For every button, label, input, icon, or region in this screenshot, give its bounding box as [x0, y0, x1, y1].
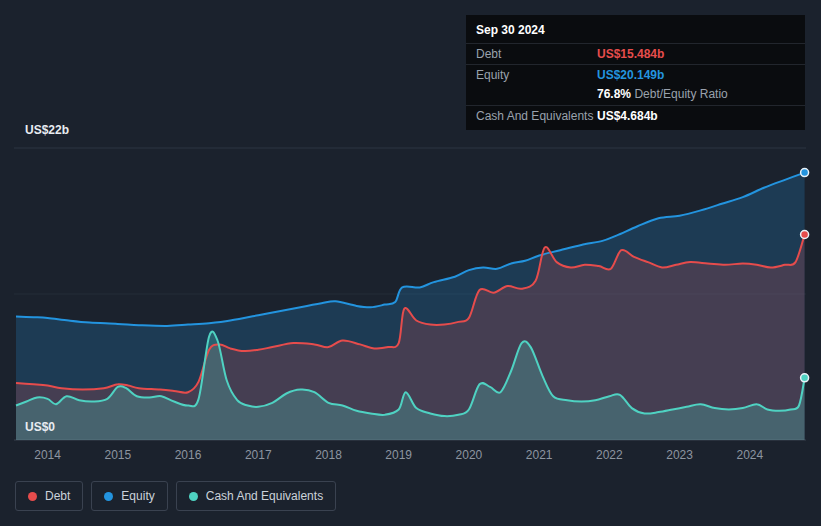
equity-dot-icon: [104, 492, 113, 501]
debt-equity-chart-page: US$22b US$0 2014201520162017201820192020…: [0, 0, 821, 526]
x-axis-label-2017: 2017: [245, 448, 272, 462]
y-axis-min-label: US$0: [25, 420, 55, 434]
legend-label-cash: Cash And Equivalents: [206, 489, 323, 503]
legend-item-cash[interactable]: Cash And Equivalents: [176, 481, 336, 511]
tooltip-ratio-row: 76.8% Debt/Equity Ratio: [466, 85, 805, 105]
tooltip-debt-row: Debt US$15.484b: [466, 43, 805, 64]
x-axis-label-2018: 2018: [315, 448, 342, 462]
legend-item-equity[interactable]: Equity: [91, 481, 167, 511]
tooltip-debt-label: Debt: [476, 47, 597, 61]
tooltip-equity-label: Equity: [476, 68, 597, 82]
tooltip-ratio-value: 76.8%: [597, 87, 631, 101]
tooltip-cash-value: US$4.684b: [597, 109, 658, 123]
tooltip-cash-row: Cash And Equivalents US$4.684b: [466, 105, 805, 130]
x-axis-label-2024: 2024: [736, 448, 763, 462]
debt-endpoint-marker[interactable]: [801, 231, 809, 239]
x-axis-label-2022: 2022: [596, 448, 623, 462]
tooltip-ratio-label: Debt/Equity Ratio: [634, 87, 727, 101]
tooltip-debt-value: US$15.484b: [597, 47, 664, 61]
legend-item-debt[interactable]: Debt: [15, 481, 83, 511]
legend-label-equity: Equity: [121, 489, 154, 503]
legend-label-debt: Debt: [45, 489, 70, 503]
x-axis-label-2021: 2021: [526, 448, 553, 462]
tooltip-equity-value: US$20.149b: [597, 68, 664, 82]
x-axis-label-2015: 2015: [104, 448, 131, 462]
x-axis-label-2023: 2023: [666, 448, 693, 462]
x-axis-label-2020: 2020: [456, 448, 483, 462]
tooltip-ratio: 76.8% Debt/Equity Ratio: [597, 87, 728, 101]
x-axis-label-2019: 2019: [385, 448, 412, 462]
tooltip-equity-row: Equity US$20.149b: [466, 64, 805, 85]
debt-dot-icon: [28, 492, 37, 501]
y-axis-max-label: US$22b: [25, 123, 69, 137]
cash-endpoint-marker[interactable]: [801, 374, 809, 382]
chart-tooltip: Sep 30 2024 Debt US$15.484b Equity US$20…: [466, 15, 805, 130]
tooltip-cash-label: Cash And Equivalents: [476, 109, 597, 123]
x-axis-label-2016: 2016: [175, 448, 202, 462]
x-axis-label-2014: 2014: [34, 448, 61, 462]
tooltip-date: Sep 30 2024: [466, 15, 805, 43]
equity-endpoint-marker[interactable]: [801, 169, 809, 177]
legend: Debt Equity Cash And Equivalents: [15, 481, 336, 511]
cash-dot-icon: [189, 492, 198, 501]
x-axis: 2014201520162017201820192020202120222023…: [0, 448, 821, 464]
